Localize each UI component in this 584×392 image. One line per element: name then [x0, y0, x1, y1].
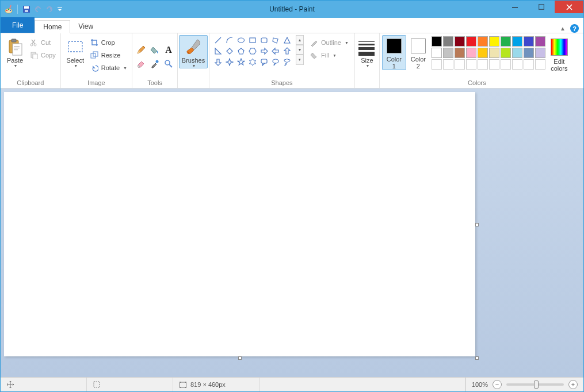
zoom-in-button[interactable]: +: [568, 380, 578, 389]
palette-swatch-13[interactable]: [466, 48, 476, 58]
tool-fill[interactable]: [148, 44, 161, 56]
shape-down-arrow[interactable]: [214, 58, 223, 67]
tool-text[interactable]: A: [162, 44, 175, 56]
palette-swatch-1[interactable]: [443, 36, 453, 47]
resize-button[interactable]: Resize: [87, 49, 129, 62]
resize-handle-corner[interactable]: [475, 356, 479, 360]
rotate-button[interactable]: Rotate ▼: [87, 62, 129, 74]
tool-magnifier[interactable]: [162, 57, 175, 70]
zoom-slider-thumb[interactable]: [534, 381, 539, 389]
color1-button[interactable]: Color 1: [382, 35, 406, 70]
shape-fill-button[interactable]: Fill ▼: [307, 49, 351, 62]
palette-swatch-5[interactable]: [489, 36, 499, 47]
select-button[interactable]: Select ▼: [63, 35, 87, 68]
shape-up-arrow[interactable]: [283, 47, 292, 56]
palette-swatch-22[interactable]: [455, 59, 465, 70]
palette-swatch-0[interactable]: [432, 36, 442, 47]
edit-colors-button[interactable]: Edit colors: [547, 35, 572, 72]
shape-diamond[interactable]: [226, 47, 235, 56]
shape-curve[interactable]: [226, 36, 235, 45]
tool-pencil[interactable]: [135, 44, 147, 56]
select-label: Select: [66, 57, 84, 64]
minimize-button[interactable]: [502, 1, 528, 13]
palette-swatch-29[interactable]: [535, 59, 545, 70]
resize-handle-bottom[interactable]: [238, 356, 242, 360]
palette-swatch-12[interactable]: [455, 48, 465, 58]
tab-view[interactable]: View: [70, 20, 101, 33]
palette-swatch-7[interactable]: [512, 36, 522, 47]
shape-5star[interactable]: [237, 58, 246, 67]
tab-file[interactable]: File: [1, 17, 35, 33]
palette-swatch-10[interactable]: [432, 48, 442, 58]
resize-handle-right[interactable]: [475, 223, 479, 226]
edit-colors-label: Edit colors: [551, 58, 567, 72]
shape-cloud-callout[interactable]: [283, 58, 292, 67]
minimize-ribbon-button[interactable]: ▲: [560, 25, 566, 32]
canvas-area[interactable]: [1, 89, 583, 377]
copy-button[interactable]: Copy: [27, 49, 58, 62]
maximize-button[interactable]: [528, 1, 555, 13]
shape-oval-callout[interactable]: [272, 58, 281, 67]
shape-right-arrow[interactable]: [260, 47, 269, 56]
shape-outline-button[interactable]: Outline ▼: [307, 36, 351, 49]
color2-button[interactable]: Color 2: [406, 35, 430, 70]
palette-swatch-25[interactable]: [489, 59, 499, 70]
palette-swatch-26[interactable]: [501, 59, 511, 70]
zoom-out-button[interactable]: −: [493, 380, 502, 389]
shapes-gallery[interactable]: [212, 35, 295, 68]
shapes-scroll-down[interactable]: ▼: [296, 45, 304, 55]
shape-left-arrow[interactable]: [272, 47, 281, 56]
color1-swatch: [387, 39, 402, 53]
tool-color-picker[interactable]: [148, 57, 161, 70]
canvas[interactable]: [4, 92, 475, 356]
shape-triangle[interactable]: [283, 36, 292, 45]
palette-swatch-28[interactable]: [524, 59, 534, 70]
crop-button[interactable]: Crop: [87, 36, 129, 49]
shapes-expand[interactable]: ▾: [296, 55, 304, 65]
qat-customize[interactable]: [56, 5, 63, 14]
size-button[interactable]: Size ▼: [356, 35, 378, 68]
palette-swatch-9[interactable]: [535, 36, 545, 47]
redo-button[interactable]: [45, 5, 54, 14]
shape-oval[interactable]: [237, 36, 246, 45]
shape-rounded-rectangle[interactable]: [260, 36, 269, 45]
shape-rounded-callout[interactable]: [260, 58, 269, 67]
zoom-slider[interactable]: [506, 383, 564, 386]
palette-swatch-6[interactable]: [501, 36, 511, 47]
shape-hexagon[interactable]: [249, 47, 258, 56]
shapes-scroll-up[interactable]: ▲: [296, 35, 304, 45]
paste-button[interactable]: Paste ▼: [3, 35, 27, 68]
palette-swatch-2[interactable]: [455, 36, 465, 47]
save-button[interactable]: [22, 5, 31, 14]
palette-swatch-20[interactable]: [432, 59, 442, 70]
shape-4star[interactable]: [226, 58, 235, 67]
brushes-button[interactable]: Brushes ▼: [179, 35, 208, 68]
tab-home[interactable]: Home: [35, 20, 70, 33]
close-button[interactable]: [555, 1, 583, 13]
palette-swatch-11[interactable]: [443, 48, 453, 58]
palette-swatch-15[interactable]: [489, 48, 499, 58]
shape-line[interactable]: [214, 36, 223, 45]
svg-point-1: [6, 10, 7, 11]
shape-pentagon[interactable]: [237, 47, 246, 56]
palette-swatch-19[interactable]: [535, 48, 545, 58]
shape-right-triangle[interactable]: [214, 47, 223, 56]
palette-swatch-23[interactable]: [466, 59, 476, 70]
undo-button[interactable]: [33, 5, 43, 14]
palette-swatch-4[interactable]: [478, 36, 488, 47]
palette-swatch-16[interactable]: [501, 48, 511, 58]
tool-eraser[interactable]: [135, 57, 147, 70]
palette-swatch-14[interactable]: [478, 48, 488, 58]
shape-rectangle[interactable]: [249, 36, 258, 45]
palette-swatch-18[interactable]: [524, 48, 534, 58]
shape-polygon[interactable]: [272, 36, 281, 45]
palette-swatch-24[interactable]: [478, 59, 488, 70]
shape-6star[interactable]: [249, 58, 258, 67]
palette-swatch-17[interactable]: [512, 48, 522, 58]
palette-swatch-27[interactable]: [512, 59, 522, 70]
palette-swatch-3[interactable]: [466, 36, 476, 47]
help-button[interactable]: ?: [570, 24, 579, 33]
palette-swatch-8[interactable]: [524, 36, 534, 47]
palette-swatch-21[interactable]: [443, 59, 453, 70]
cut-button[interactable]: Cut: [27, 36, 58, 49]
